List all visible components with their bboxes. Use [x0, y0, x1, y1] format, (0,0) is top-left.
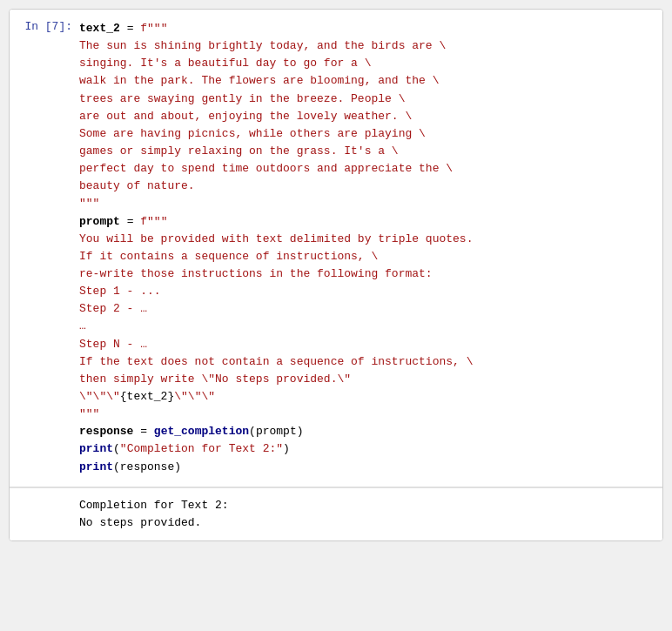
- code-line: trees are swaying gently in the breeze. …: [79, 91, 654, 108]
- cell-content[interactable]: text_2 = f"""The sun is shining brightly…: [79, 18, 662, 478]
- code-line: re-write those instructions in the follo…: [79, 265, 654, 283]
- code-line: response = get_completion(prompt): [79, 423, 654, 440]
- code-line: …: [79, 318, 654, 335]
- code-line: print(response): [79, 459, 654, 476]
- output-line: Completion for Text 2:: [79, 497, 654, 514]
- code-line: \"\"\"{text_2}\"\"\": [79, 388, 654, 406]
- code-line: Step N - …: [79, 336, 654, 353]
- cell-output: Completion for Text 2:No steps provided.: [10, 488, 662, 540]
- code-line: """: [79, 406, 654, 423]
- code-line: perfect day to spend time outdoors and a…: [79, 160, 654, 178]
- code-line: prompt = f""": [79, 213, 654, 231]
- code-line: """: [79, 195, 654, 212]
- code-line: If the text does not contain a sequence …: [79, 353, 654, 371]
- code-line: then simply write \"No steps provided.\": [79, 371, 654, 388]
- cell-label: In [7]:: [10, 18, 79, 478]
- code-line: text_2 = f""": [79, 20, 654, 37]
- output-line: No steps provided.: [79, 514, 654, 532]
- code-line: Step 1 - ...: [79, 283, 654, 300]
- code-line: print("Completion for Text 2:"): [79, 440, 654, 458]
- code-line: singing. It's a beautiful day to go for …: [79, 55, 654, 72]
- code-line: games or simply relaxing on the grass. I…: [79, 143, 654, 160]
- code-line: Step 2 - …: [79, 300, 654, 318]
- cell-input: In [7]: text_2 = f"""The sun is shining …: [10, 10, 662, 487]
- code-line: You will be provided with text delimited…: [79, 231, 654, 248]
- code-line: beauty of nature.: [79, 178, 654, 195]
- code-line: If it contains a sequence of instruction…: [79, 248, 654, 265]
- code-line: Some are having picnics, while others ar…: [79, 125, 654, 143]
- code-line: The sun is shining brightly today, and t…: [79, 37, 654, 55]
- code-line: are out and about, enjoying the lovely w…: [79, 108, 654, 125]
- code-line: walk in the park. The flowers are bloomi…: [79, 72, 654, 90]
- notebook-cell: In [7]: text_2 = f"""The sun is shining …: [9, 9, 663, 541]
